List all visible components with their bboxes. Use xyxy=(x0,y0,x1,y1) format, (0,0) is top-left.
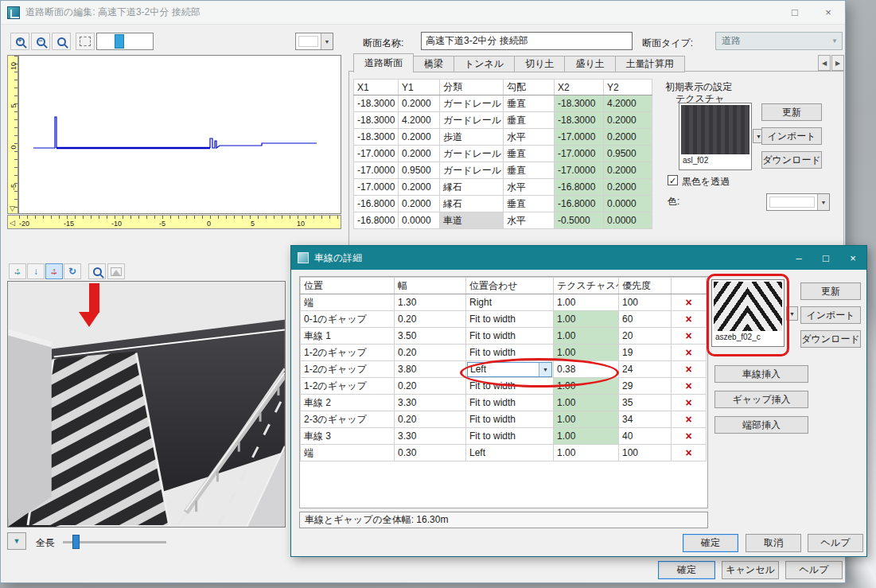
section-table-cell[interactable]: ガードレール xyxy=(440,162,504,179)
section-table-cell[interactable]: 0.0000 xyxy=(604,196,652,212)
lane-position-cell[interactable]: 車線 3 xyxy=(301,428,395,445)
lane-table-row[interactable]: 1-2のギャップ3.80Left▼0.3824× xyxy=(301,361,707,378)
section-table-cell[interactable]: -17.0000 xyxy=(354,162,399,179)
lane-width-cell[interactable]: 1.30 xyxy=(395,294,466,311)
section-table-cell[interactable]: 垂直 xyxy=(504,112,555,129)
section-table-cell[interactable]: 4.2000 xyxy=(604,95,652,112)
lane-scale-cell[interactable]: 1.00 xyxy=(554,428,619,445)
section-table-cell[interactable]: 0.2000 xyxy=(399,179,440,196)
tab-5-盛り土[interactable]: 盛り土 xyxy=(565,56,615,72)
lane-priority-cell[interactable]: 34 xyxy=(619,411,672,428)
lane-position-cell[interactable]: 1-2のギャップ xyxy=(301,361,395,378)
lane-priority-cell[interactable]: 29 xyxy=(619,378,672,395)
lane-texture-download-button[interactable]: ダウンロード xyxy=(800,330,861,348)
section-table-cell[interactable]: -16.8000 xyxy=(354,212,399,229)
section-table-cell[interactable]: 0.2000 xyxy=(399,95,440,112)
lane-table-row[interactable]: 1-2のギャップ0.20Fit to width1.0019× xyxy=(301,345,707,361)
lane-width-cell[interactable]: 3.30 xyxy=(395,395,466,411)
close-button[interactable]: × xyxy=(839,246,866,270)
minimize-button[interactable]: – xyxy=(785,246,812,270)
lane-priority-cell[interactable]: 40 xyxy=(619,428,672,445)
delete-row-icon[interactable]: × xyxy=(685,446,691,459)
section-table-cell[interactable]: 0.0000 xyxy=(399,212,440,229)
lane-width-cell[interactable]: 0.20 xyxy=(395,311,466,328)
lane-align-cell[interactable]: Fit to width xyxy=(466,395,554,411)
section-table-cell[interactable]: 0.0000 xyxy=(604,212,652,229)
lane-table-row[interactable]: 端0.30Left1.00100× xyxy=(301,445,707,461)
tab-2-橋梁[interactable]: 橋梁 xyxy=(414,56,454,72)
section-table-row[interactable]: -18.30000.2000ガードレール垂直-18.30004.2000 xyxy=(354,95,652,112)
delete-row-cell[interactable]: × xyxy=(672,345,707,361)
lane-position-cell[interactable]: 1-2のギャップ xyxy=(301,345,395,361)
pan-view-button[interactable]: ↔↕ xyxy=(9,263,26,279)
zoom-extents-button[interactable] xyxy=(52,33,71,50)
main-titlebar[interactable]: 道路断面の編集: 高速下道3-2中分 接続部 □ × xyxy=(1,1,845,25)
lane-priority-cell[interactable]: 24 xyxy=(619,361,672,378)
section-table-row[interactable]: -16.80000.2000縁石垂直-16.80000.0000 xyxy=(354,196,652,212)
delete-row-cell[interactable]: × xyxy=(672,411,707,428)
section-table-row[interactable]: -17.00000.9500ガードレール垂直-17.00000.2000 xyxy=(354,162,652,179)
section-table-cell[interactable]: -18.3000 xyxy=(555,95,604,112)
cancel-button[interactable]: キャンセル xyxy=(722,561,779,579)
section-table-cell[interactable]: -0.5000 xyxy=(555,212,604,229)
lane-priority-cell[interactable]: 35 xyxy=(619,395,672,411)
lane-scale-cell[interactable]: 1.00 xyxy=(554,294,619,311)
lane-position-cell[interactable]: 車線 1 xyxy=(301,328,395,345)
section-table-row[interactable]: -17.00000.2000縁石水平-16.80000.2000 xyxy=(354,179,652,196)
section-table-row[interactable]: -18.30000.2000歩道水平-17.00000.2000 xyxy=(354,129,652,146)
delete-row-icon[interactable]: × xyxy=(685,363,691,376)
lane-width-cell[interactable]: 3.50 xyxy=(395,328,466,345)
section-table-cell[interactable]: ガードレール xyxy=(440,112,504,129)
section-table-cell[interactable]: 縁石 xyxy=(440,179,504,196)
section-table-cell[interactable]: -17.0000 xyxy=(354,146,399,162)
section-table-cell[interactable]: ガードレール xyxy=(440,146,504,162)
maximize-button[interactable]: □ xyxy=(812,246,839,270)
section-table-cell[interactable]: 歩道 xyxy=(440,129,504,146)
section-table-cell[interactable]: 0.2000 xyxy=(399,129,440,146)
lane-table-row[interactable]: 車線 33.30Fit to width1.0040× xyxy=(301,428,707,445)
delete-row-icon[interactable]: × xyxy=(685,296,691,309)
delete-row-icon[interactable]: × xyxy=(685,346,691,359)
delete-row-cell[interactable]: × xyxy=(672,361,707,378)
section-table-cell[interactable]: 0.2000 xyxy=(604,179,652,196)
lane-width-cell[interactable]: 0.20 xyxy=(395,411,466,428)
section-table-cell[interactable]: 垂直 xyxy=(504,146,555,162)
delete-row-cell[interactable]: × xyxy=(672,311,707,328)
section-table-cell[interactable]: -18.3000 xyxy=(354,112,399,129)
orbit-button[interactable]: ↻ xyxy=(64,263,81,279)
delete-row-icon[interactable]: × xyxy=(685,380,691,392)
delete-row-cell[interactable]: × xyxy=(672,294,707,311)
transparent-black-checkbox[interactable]: ✓ xyxy=(668,175,678,185)
move-down-button[interactable]: ↓ xyxy=(27,263,45,279)
lane-align-cell[interactable]: Fit to width xyxy=(466,428,554,445)
lane-position-cell[interactable]: 車線 2 xyxy=(301,395,395,411)
lane-table-row[interactable]: 車線 23.30Fit to width1.0035× xyxy=(301,395,707,411)
zoom-in-button[interactable]: + xyxy=(10,33,29,50)
view-split-slider[interactable] xyxy=(96,33,154,50)
tab-scroll-left-button[interactable]: ◀ xyxy=(818,55,831,71)
section-table-cell[interactable]: 垂直 xyxy=(504,196,555,212)
lane-width-cell[interactable]: 0.30 xyxy=(395,445,466,461)
collapse-panel-button[interactable]: ▼ xyxy=(7,532,26,550)
close-button[interactable]: × xyxy=(812,1,845,25)
lane-table-row[interactable]: 2-3のギャップ0.20Fit to width1.0034× xyxy=(301,411,707,428)
tab-4-切り土[interactable]: 切り土 xyxy=(515,56,565,72)
lane-align-cell[interactable]: Fit to width xyxy=(466,411,554,428)
delete-row-icon[interactable]: × xyxy=(685,413,691,426)
lane-texture-preview[interactable]: aszeb_f02_c xyxy=(711,279,785,347)
section-table-cell[interactable]: 0.9500 xyxy=(604,146,652,162)
section-table-cell[interactable]: -18.3000 xyxy=(354,95,399,112)
section-table-cell[interactable]: 垂直 xyxy=(504,162,555,179)
dialog-titlebar[interactable]: 車線の詳細 – □ × xyxy=(291,246,866,270)
plot-canvas[interactable] xyxy=(18,55,341,214)
section-table-cell[interactable]: 0.2000 xyxy=(604,129,652,146)
section-table-cell[interactable]: 4.2000 xyxy=(399,112,440,129)
tab-1-道路断面[interactable]: 道路断面 xyxy=(353,53,414,72)
section-table-cell[interactable]: 垂直 xyxy=(504,95,555,112)
lane-width-cell[interactable]: 0.20 xyxy=(395,345,466,361)
lane-align-cell[interactable]: Right xyxy=(466,294,554,311)
lane-align-cell[interactable]: Fit to width xyxy=(466,378,554,395)
section-table-cell[interactable]: 0.2000 xyxy=(604,162,652,179)
lane-align-cell[interactable]: Left▼ xyxy=(466,361,554,378)
insert-gap-button[interactable]: ギャップ挿入 xyxy=(714,391,808,408)
